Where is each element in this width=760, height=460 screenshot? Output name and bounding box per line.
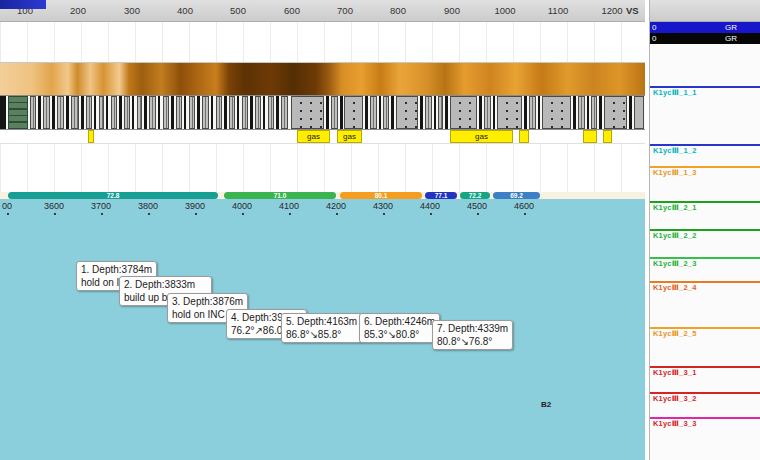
log-curves-plot	[0, 144, 645, 192]
horizon-marker[interactable]: K1ycⅢ_2_2	[650, 229, 760, 231]
lithology-segment	[331, 96, 338, 129]
gr-header-secondary: 0 GR	[650, 33, 760, 44]
horizon-marker[interactable]: K1ycⅢ_1_1	[650, 86, 760, 88]
lithology-segment	[86, 96, 92, 129]
horizon-marker[interactable]: K1ycⅢ_3_1	[650, 366, 760, 368]
lithology-segment	[529, 96, 536, 129]
vs-ruler-tick: 600	[284, 5, 300, 16]
horizon-label: K1ycⅢ_3_2	[653, 394, 697, 403]
trajectory-annotation[interactable]: 7. Depth:4339m 80.8°↘76.8°	[432, 320, 513, 350]
depth-ruler-tick: 4600	[514, 201, 534, 211]
depth-ruler-tick: 4000	[232, 201, 252, 211]
horizon-marker[interactable]: K1ycⅢ_2_3	[650, 257, 760, 259]
depth-ruler-tick: 4300	[373, 201, 393, 211]
lithology-segment	[38, 96, 41, 129]
depth-ruler-tick: 3700	[91, 201, 111, 211]
inclination-segment: 69.2	[493, 192, 540, 199]
lithology-segment	[587, 96, 589, 129]
gas-show-label: gas	[297, 130, 330, 143]
lithology-segment	[202, 96, 209, 129]
horizon-label: K1ycⅢ_2_3	[653, 259, 697, 268]
corner-chip	[0, 0, 46, 9]
lithology-segment	[396, 96, 418, 129]
gas-show-label: gas	[450, 130, 513, 143]
geosteering-app: 100200300400500600700800900100011001200 …	[0, 0, 760, 460]
lithology-segment	[599, 96, 602, 129]
seismic-section-view[interactable]: 0036003700380039004000410042004300440045…	[0, 199, 645, 460]
depth-ruler-tick: 3600	[44, 201, 64, 211]
lithology-segment	[479, 96, 482, 129]
annotation-depth: 2. Depth:3833m	[124, 278, 207, 291]
annotation-inclination: 86.8°↘85.8°	[286, 328, 357, 341]
gas-show-label	[603, 130, 612, 143]
lithology-segment	[291, 96, 324, 129]
horizon-marker[interactable]: K1ycⅢ_2_4	[650, 281, 760, 283]
track-gas-shows: gasgasgas	[0, 130, 645, 144]
vs-ruler-tick: 200	[70, 5, 86, 16]
trajectory-annotation[interactable]: 5. Depth:4163m 86.8°↘85.8°	[281, 313, 362, 343]
lithology-segment	[197, 96, 200, 129]
horizon-marker[interactable]: K1ycⅢ_3_2	[650, 392, 760, 394]
lithology-segment	[94, 96, 96, 129]
lithology-segment	[365, 96, 368, 129]
lithology-segment	[573, 96, 576, 129]
lithology-segment	[370, 96, 377, 129]
gas-show-label	[583, 130, 597, 143]
vs-ruler-tick: 500	[230, 5, 246, 16]
lithology-segment	[189, 96, 195, 129]
gr-log-body[interactable]: K1ycⅢ_1_1 K1ycⅢ_1_2 K1ycⅢ_1_3 K1ycⅢ_2_1 …	[650, 44, 760, 460]
lithology-segment	[578, 96, 585, 129]
lithology-segment	[71, 96, 79, 129]
lithology-segment	[163, 96, 169, 129]
depth-ruler-tick: 4100	[279, 201, 299, 211]
lithology-segment	[497, 96, 522, 129]
annotation-depth: 3. Depth:3876m	[172, 295, 243, 308]
lithology-segment	[137, 96, 142, 129]
lithology-segment	[99, 96, 104, 129]
gas-show-label	[88, 130, 94, 143]
lithology-segment	[43, 96, 50, 129]
trajectory-annotation[interactable]: 6. Depth:4246m 85.3°↘80.8°	[359, 313, 440, 343]
depth-ruler-tick: 4500	[467, 201, 487, 211]
lithology-segment	[8, 96, 28, 129]
md-depth-ruler: 0036003700380039004000410042004300440045…	[0, 199, 645, 217]
vs-ruler-tick: 300	[124, 5, 140, 16]
depth-ruler-tick: 3900	[185, 201, 205, 211]
horizon-marker[interactable]: K1ycⅢ_2_5	[650, 327, 760, 329]
lithology-segment	[445, 96, 448, 129]
lithology-segment	[250, 96, 253, 129]
gr-curve-plot	[0, 22, 645, 63]
lithology-segment	[0, 96, 6, 129]
lithology-segment	[484, 96, 491, 129]
horizon-label: K1ycⅢ_2_5	[653, 329, 697, 338]
lithology-segment	[538, 96, 540, 129]
vs-unit-label: VS	[626, 5, 639, 16]
horizon-marker[interactable]: K1ycⅢ_1_3	[650, 166, 760, 168]
lithology-segment	[268, 96, 274, 129]
horizon-label: K1ycⅢ_1_3	[653, 168, 697, 177]
lithology-segment	[144, 96, 147, 129]
horizon-marker[interactable]: K1ycⅢ_3_3	[650, 417, 760, 419]
depth-ruler-tick: 4200	[326, 201, 346, 211]
lithology-segment	[216, 96, 222, 129]
lithology-segment	[434, 96, 436, 129]
lithology-segment	[57, 96, 64, 129]
horizon-label: K1ycⅢ_1_1	[653, 88, 697, 97]
horizon-label: K1ycⅢ_2_1	[653, 203, 697, 212]
horizon-marker[interactable]: K1ycⅢ_2_1	[650, 201, 760, 203]
depth-ruler-tick: 3800	[138, 201, 158, 211]
gr-header-primary: 0 GR	[650, 22, 760, 33]
lithology-segment	[629, 96, 632, 129]
annotation-depth: 5. Depth:4163m	[286, 315, 357, 328]
horizon-marker[interactable]: K1ycⅢ_1_2	[650, 144, 760, 146]
lithology-segment	[106, 96, 108, 129]
lithology-segment	[276, 96, 279, 129]
inclination-segment: 72.2	[460, 192, 490, 199]
lithology-segment	[425, 96, 432, 129]
lithology-segment	[124, 96, 130, 129]
panel-ruler-strip	[650, 0, 760, 22]
lithology-segment	[184, 96, 186, 129]
track-resistivity-curves	[0, 144, 645, 192]
lithology-segment	[66, 96, 69, 129]
gas-show-label: gas	[337, 130, 362, 143]
